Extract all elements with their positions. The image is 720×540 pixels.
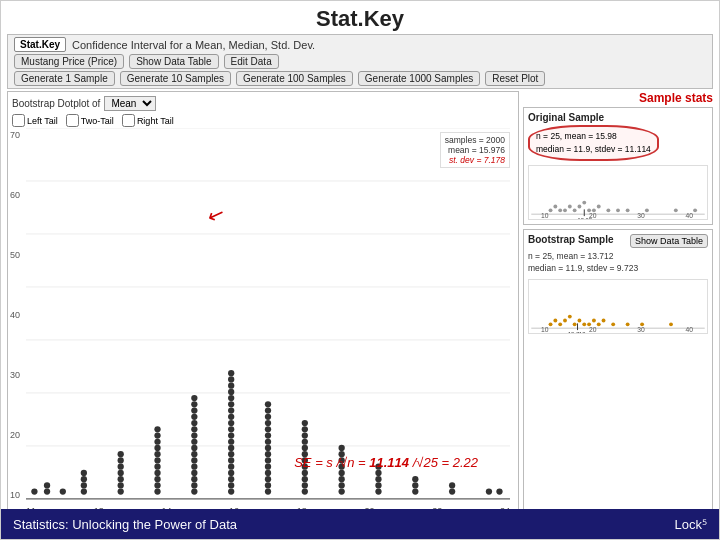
dataset-dropdown[interactable]: Mustang Price (Price) (14, 54, 124, 69)
svg-point-65 (228, 383, 234, 389)
gen-1000-samples-btn[interactable]: Generate 1000 Samples (358, 71, 480, 86)
svg-point-120 (553, 204, 557, 208)
svg-point-68 (265, 488, 271, 494)
svg-point-30 (154, 432, 160, 438)
stat-select[interactable]: Mean (104, 96, 156, 111)
main-plot: Bootstrap Dotplot of Mean Left Tail Two-… (7, 91, 519, 531)
bootstrap-show-data-btn[interactable]: Show Data Table (630, 234, 708, 248)
svg-point-73 (265, 457, 271, 463)
svg-point-102 (338, 445, 344, 451)
right-section: Sample stats Original Sample n = 25, mea… (523, 91, 713, 531)
svg-point-144 (553, 319, 557, 323)
footer-lock: Lock⁵ (675, 517, 707, 532)
svg-point-57 (228, 432, 234, 438)
original-sample-panel: Original Sample n = 25, mean = 15.98 med… (523, 107, 713, 225)
checkboxes-row: Left Tail Two-Tail Right Tail (12, 114, 174, 127)
svg-point-121 (558, 208, 562, 212)
svg-point-40 (191, 439, 197, 445)
svg-point-133 (645, 208, 649, 212)
svg-point-112 (449, 482, 455, 488)
svg-text:40: 40 (685, 212, 693, 219)
svg-point-124 (573, 208, 577, 212)
page-header: Stat.Key (1, 1, 719, 34)
svg-point-153 (597, 322, 601, 326)
svg-point-122 (563, 208, 567, 212)
svg-point-154 (602, 319, 606, 323)
svg-point-61 (228, 407, 234, 413)
svg-point-45 (191, 407, 197, 413)
svg-point-105 (375, 476, 381, 482)
svg-point-75 (265, 445, 271, 451)
toolbar-title: Confidence Interval for a Mean, Median, … (72, 39, 315, 51)
svg-point-96 (338, 482, 344, 488)
right-tail-checkbox[interactable]: Right Tail (122, 114, 174, 127)
svg-point-49 (228, 482, 234, 488)
two-tail-checkbox[interactable]: Two-Tail (66, 114, 114, 127)
toolbar-row3: Generate 1 Sample Generate 10 Samples Ge… (14, 71, 706, 86)
svg-point-64 (228, 389, 234, 395)
svg-point-155 (611, 322, 615, 326)
svg-point-76 (265, 439, 271, 445)
svg-point-85 (302, 476, 308, 482)
svg-point-29 (154, 439, 160, 445)
svg-point-51 (228, 470, 234, 476)
svg-point-148 (573, 322, 577, 326)
svg-point-92 (302, 432, 308, 438)
svg-point-26 (154, 457, 160, 463)
svg-point-95 (338, 488, 344, 494)
svg-point-22 (154, 482, 160, 488)
left-tail-checkbox[interactable]: Left Tail (12, 114, 58, 127)
page-title: Stat.Key (316, 6, 404, 31)
svg-point-132 (626, 208, 630, 212)
reset-plot-btn[interactable]: Reset Plot (485, 71, 545, 86)
svg-point-25 (154, 464, 160, 470)
svg-point-71 (265, 470, 271, 476)
svg-point-126 (582, 200, 586, 204)
svg-text:10: 10 (541, 212, 549, 219)
svg-point-79 (265, 420, 271, 426)
original-sample-title: Original Sample (528, 112, 708, 123)
svg-point-143 (549, 322, 553, 326)
svg-point-152 (592, 319, 596, 323)
gen-1-sample-btn[interactable]: Generate 1 Sample (14, 71, 115, 86)
bootstrap-dotplot-label: Bootstrap Dotplot of (12, 98, 100, 109)
svg-point-38 (191, 451, 197, 457)
svg-point-12 (81, 476, 87, 482)
original-sample-mini-chart: 10 20 30 40 13.98 (528, 165, 708, 220)
svg-point-14 (118, 488, 124, 494)
toolbar-row2: Mustang Price (Price) Show Data Table Ed… (14, 54, 706, 69)
edit-data-btn[interactable]: Edit Data (224, 54, 279, 69)
svg-text:13.712: 13.712 (568, 331, 586, 333)
dotplot-label-row: Bootstrap Dotplot of Mean (12, 96, 156, 111)
svg-point-115 (60, 488, 66, 494)
gen-100-samples-btn[interactable]: Generate 100 Samples (236, 71, 353, 86)
svg-point-149 (578, 319, 582, 323)
show-data-table-btn[interactable]: Show Data Table (129, 54, 218, 69)
svg-point-129 (597, 204, 601, 208)
svg-point-41 (191, 432, 197, 438)
svg-point-36 (191, 464, 197, 470)
svg-point-109 (412, 482, 418, 488)
svg-point-43 (191, 420, 197, 426)
bootstrap-sample-mini-chart: 10 20 30 40 13.712 (528, 279, 708, 334)
gen-10-samples-btn[interactable]: Generate 10 Samples (120, 71, 231, 86)
svg-point-90 (302, 445, 308, 451)
footer-text: Statistics: Unlocking the Power of Data (13, 517, 237, 532)
svg-point-70 (265, 476, 271, 482)
svg-point-28 (154, 445, 160, 451)
svg-point-52 (228, 464, 234, 470)
svg-point-146 (563, 319, 567, 323)
svg-point-84 (302, 482, 308, 488)
svg-point-80 (265, 414, 271, 420)
svg-point-72 (265, 464, 271, 470)
svg-point-78 (265, 426, 271, 432)
svg-point-17 (118, 470, 124, 476)
bootstrap-sample-panel: Bootstrap Sample Show Data Table n = 25,… (523, 229, 713, 532)
svg-point-110 (412, 476, 418, 482)
svg-point-50 (228, 476, 234, 482)
svg-point-37 (191, 457, 197, 463)
svg-point-94 (302, 420, 308, 426)
footer: Statistics: Unlocking the Power of Data … (1, 509, 719, 539)
svg-point-55 (228, 445, 234, 451)
svg-point-32 (191, 488, 197, 494)
